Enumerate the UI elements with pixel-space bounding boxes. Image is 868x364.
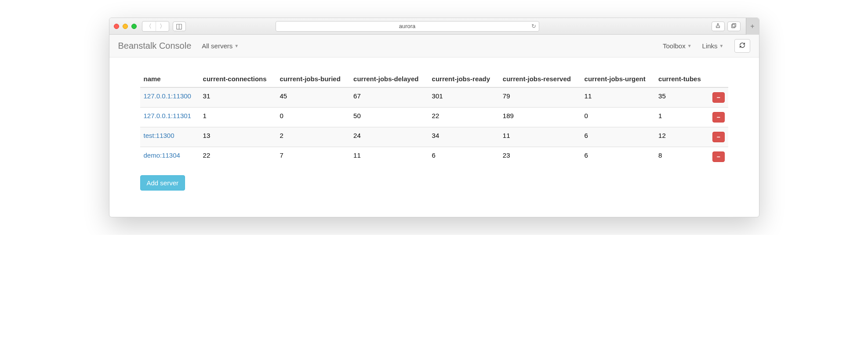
navbar: Beanstalk Console All servers ▼ Toolbox … (109, 35, 759, 58)
servers-table: name current-connections current-jobs-bu… (140, 71, 728, 166)
refresh-button[interactable] (734, 39, 750, 53)
table-row: test:11300132243411612− (140, 127, 728, 147)
cell-delayed: 50 (350, 108, 428, 127)
cell-tubes: 12 (655, 127, 708, 147)
server-link[interactable]: demo:11304 (144, 151, 180, 159)
content: name current-connections current-jobs-bu… (109, 58, 759, 217)
browser-window: 〈 〉 ◫ aurora ↻ + (109, 18, 759, 217)
delete-server-button[interactable]: − (712, 151, 725, 162)
cell-name: 127.0.0.1:11300 (140, 87, 200, 108)
cell-connections: 13 (200, 127, 276, 147)
th-tubes: current-tubes (655, 71, 708, 87)
window-close-button[interactable] (114, 24, 119, 29)
cell-ready: 301 (429, 87, 499, 108)
cell-actions: − (709, 127, 728, 147)
caret-down-icon: ▼ (687, 43, 692, 48)
cell-urgent: 0 (581, 108, 655, 127)
nav-toolbox[interactable]: Toolbox ▼ (663, 42, 692, 50)
cell-actions: − (709, 87, 728, 108)
nav-all-servers-label: All servers (202, 42, 232, 50)
reload-icon[interactable]: ↻ (531, 23, 536, 29)
cell-actions: − (709, 147, 728, 167)
cell-reserved: 189 (499, 108, 581, 127)
svg-rect-1 (732, 24, 735, 28)
cell-name: demo:11304 (140, 147, 200, 167)
nav-links-label: Links (702, 42, 718, 50)
titlebar: 〈 〉 ◫ aurora ↻ + (109, 18, 759, 35)
table-row: demo:113042271162368− (140, 147, 728, 167)
cell-connections: 31 (200, 87, 276, 108)
cell-name: 127.0.0.1:11301 (140, 108, 200, 127)
caret-down-icon: ▼ (234, 43, 239, 48)
table-row: 127.0.0.1:1130110502218901− (140, 108, 728, 127)
th-connections: current-connections (200, 71, 276, 87)
nav-links[interactable]: Links ▼ (702, 42, 724, 50)
cell-reserved: 79 (499, 87, 581, 108)
cell-ready: 22 (429, 108, 499, 127)
cell-buried: 0 (276, 108, 350, 127)
brand[interactable]: Beanstalk Console (118, 41, 192, 51)
back-button[interactable]: 〈 (142, 22, 156, 31)
chevron-right-icon: 〉 (160, 22, 165, 30)
table-body: 127.0.0.1:11300314567301791135−127.0.0.1… (140, 87, 728, 166)
navbar-right: Toolbox ▼ Links ▼ (663, 39, 750, 53)
cell-buried: 2 (276, 127, 350, 147)
sidebar-icon: ◫ (176, 22, 182, 30)
delete-server-button[interactable]: − (712, 132, 725, 142)
cell-delayed: 67 (350, 87, 428, 108)
cell-tubes: 35 (655, 87, 708, 108)
server-link[interactable]: 127.0.0.1:11300 (144, 92, 191, 100)
th-delayed: current-jobs-delayed (350, 71, 428, 87)
caret-down-icon: ▼ (719, 43, 724, 48)
titlebar-right-controls: + (712, 22, 755, 31)
traffic-lights (114, 24, 137, 29)
sidebar-toggle-button[interactable]: ◫ (173, 22, 186, 31)
cell-name: test:11300 (140, 127, 200, 147)
cell-connections: 22 (200, 147, 276, 167)
server-link[interactable]: test:11300 (144, 132, 174, 139)
server-link[interactable]: 127.0.0.1:11301 (144, 112, 191, 119)
cell-buried: 45 (276, 87, 350, 108)
chevron-left-icon: 〈 (146, 22, 152, 30)
cell-buried: 7 (276, 147, 350, 167)
address-bar[interactable]: aurora ↻ (276, 21, 539, 32)
cell-urgent: 6 (581, 127, 655, 147)
share-button[interactable] (712, 22, 725, 31)
forward-button[interactable]: 〉 (156, 22, 169, 31)
tabs-button[interactable] (727, 22, 741, 31)
cell-delayed: 24 (350, 127, 428, 147)
table-header-row: name current-connections current-jobs-bu… (140, 71, 728, 87)
delete-server-button[interactable]: − (712, 112, 725, 123)
th-urgent: current-jobs-urgent (581, 71, 655, 87)
svg-rect-0 (733, 23, 736, 27)
th-reserved: current-jobs-reserved (499, 71, 581, 87)
cell-ready: 6 (429, 147, 499, 167)
delete-server-button[interactable]: − (712, 92, 725, 103)
minus-icon: − (716, 94, 720, 101)
th-name: name (140, 71, 200, 87)
minus-icon: − (716, 114, 720, 121)
th-ready: current-jobs-ready (429, 71, 499, 87)
add-server-button[interactable]: Add server (140, 175, 185, 191)
window-maximize-button[interactable] (131, 24, 137, 29)
cell-actions: − (709, 108, 728, 127)
cell-connections: 1 (200, 108, 276, 127)
cell-urgent: 11 (581, 87, 655, 108)
new-tab-button[interactable]: + (746, 18, 759, 35)
nav-toolbox-label: Toolbox (663, 42, 686, 50)
cell-reserved: 23 (499, 147, 581, 167)
nav-all-servers[interactable]: All servers ▼ (202, 42, 239, 50)
address-text: aurora (399, 23, 416, 29)
plus-icon: + (750, 22, 754, 30)
cell-delayed: 11 (350, 147, 428, 167)
cell-tubes: 1 (655, 108, 708, 127)
minus-icon: − (716, 133, 720, 141)
minus-icon: − (716, 153, 720, 160)
refresh-icon (739, 43, 745, 50)
th-buried: current-jobs-buried (276, 71, 350, 87)
share-icon (715, 23, 721, 30)
tabs-icon (731, 23, 737, 30)
nav-back-forward: 〈 〉 (142, 21, 169, 32)
cell-tubes: 8 (655, 147, 708, 167)
window-minimize-button[interactable] (123, 24, 128, 29)
